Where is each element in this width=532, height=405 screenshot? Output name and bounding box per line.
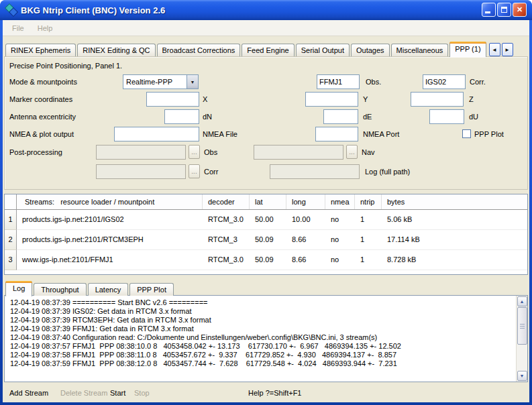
tab-miscellaneous[interactable]: Miscellaneous: [391, 44, 449, 56]
obs-browse-button[interactable]: ...: [189, 145, 200, 159]
lat-header: lat: [250, 194, 286, 209]
obs-label: Obs.: [366, 74, 381, 89]
menu-file[interactable]: File: [5, 24, 31, 32]
log-line: 12-04-19 08:37:59 FFMJ1 PPP 08:38:12.0 8…: [10, 359, 516, 368]
maximize-icon: [501, 7, 507, 13]
postproc-log-path-input[interactable]: [270, 164, 360, 179]
scroll-up-button[interactable]: ▲: [517, 296, 527, 306]
log-tab-throughput[interactable]: Throughput: [34, 283, 86, 296]
panel-caption: Precise Point Positioning, Panel 1.: [9, 58, 122, 73]
tab-ppp-1[interactable]: PPP (1): [449, 42, 486, 57]
stream-row-1[interactable]: 1 products.igs-ip.net:2101/IGS02 RTCM_3.…: [5, 210, 527, 230]
nmea-file-input[interactable]: [114, 127, 199, 141]
log-tab-bar: Log Throughput Latency PPP Plot: [5, 280, 175, 296]
marker-z-input[interactable]: [411, 92, 464, 107]
close-button[interactable]: ✕: [513, 3, 527, 17]
start-button[interactable]: Start: [110, 384, 125, 402]
row-number-header: [5, 194, 17, 209]
decoder-cell: RTCM_3.0: [203, 210, 250, 230]
log-tab-latency[interactable]: Latency: [88, 283, 129, 296]
decoder-cell: RTCM_3: [203, 230, 250, 250]
log-view[interactable]: 12-04-19 08:37:39 ========== Start BNC v…: [4, 295, 528, 382]
tab-rinex-ephemeris[interactable]: RINEX Ephemeris: [5, 44, 76, 56]
log-line: 12-04-19 08:37:39 IGS02: Get data in RTC…: [10, 307, 516, 316]
antenna-de-input[interactable]: [323, 109, 358, 124]
stop-button[interactable]: Stop: [134, 384, 150, 402]
log-tab-log[interactable]: Log: [5, 281, 32, 296]
ppp-corr-mountpoint-input[interactable]: [423, 74, 466, 89]
postproc-corr-file-input[interactable]: [96, 164, 186, 179]
postproc-nav-file-input[interactable]: [254, 145, 343, 160]
log-line: 12-04-19 08:37:40 Configuration read: C:…: [10, 333, 516, 342]
lat-cell: 50.09: [250, 250, 286, 270]
menubar: File Help: [3, 20, 529, 36]
log-line: 12-04-19 08:37:58 FFMJ1 PPP 08:38:11.0 8…: [10, 351, 516, 359]
chevron-down-icon: ▼: [191, 80, 195, 84]
log-full-path-label: Log (full path): [365, 164, 410, 179]
tab-scroll-right-button[interactable]: ►: [502, 43, 513, 56]
post-processing-label: Post-processing: [9, 145, 62, 160]
maximize-button[interactable]: [497, 3, 511, 17]
log-line: 12-04-19 08:37:39 RTCM3EPH: Get data in …: [10, 316, 516, 325]
long-cell: 8.66: [286, 250, 325, 270]
grip-icon: [520, 324, 525, 329]
tab-rinex-editing-qc[interactable]: RINEX Editing & QC: [77, 44, 155, 56]
menu-help[interactable]: Help: [31, 24, 60, 32]
log-scrollbar[interactable]: ▲ ▼: [516, 296, 527, 382]
bnc-window: BKG Ntrip Client (BNC) Version 2.6 ✕ Fil…: [0, 0, 532, 405]
lat-cell: 50.00: [250, 210, 286, 230]
combo-dropdown-button[interactable]: ▼: [187, 75, 198, 89]
ppp-plot-checkbox[interactable]: [462, 129, 471, 138]
log-line: 12-04-19 08:37:57 FFMJ1 PPP 08:38:10.0 8…: [10, 342, 516, 351]
minimize-icon: [485, 11, 490, 13]
nmea-port-label: NMEA Port: [363, 127, 399, 141]
stream-row-3[interactable]: 3 www.igs-ip.net:2101/FFMJ1 RTCM_3.0 50.…: [5, 250, 527, 270]
help-shortcut-label: Help ?=Shift+F1: [248, 384, 302, 402]
titlebar[interactable]: BKG Ntrip Client (BNC) Version 2.6 ✕: [0, 0, 532, 20]
scrollbar-thumb[interactable]: [517, 307, 527, 345]
antenna-dn-input[interactable]: [164, 109, 199, 124]
row-number: 1: [5, 210, 17, 230]
long-header: long: [286, 194, 325, 209]
add-stream-button[interactable]: Add Stream: [9, 384, 48, 402]
marker-coordinates-label: Marker coordinates: [9, 92, 72, 107]
bytes-cell: 17.114 kB: [382, 230, 527, 250]
scroll-down-button[interactable]: ▼: [517, 371, 527, 381]
stream-row-2[interactable]: 2 products.igs-ip.net:2101/RTCM3EPH RTCM…: [5, 230, 527, 250]
corr-browse-button[interactable]: ...: [189, 164, 200, 178]
mode-combobox[interactable]: Realtime-PPP ▼: [123, 74, 199, 89]
ntrip-header: ntrip: [355, 194, 382, 209]
ntrip-cell: 1: [355, 250, 382, 270]
postproc-obs-file-input[interactable]: [96, 145, 186, 160]
ntrip-cell: 1: [355, 230, 382, 250]
nav-browse-button[interactable]: ...: [346, 145, 358, 159]
nmea-header: nmea: [325, 194, 355, 209]
tab-scroll-left-button[interactable]: ◄: [489, 43, 500, 56]
tab-feed-engine[interactable]: Feed Engine: [242, 44, 294, 56]
nmea-cell: no: [325, 230, 355, 250]
log-text: 12-04-19 08:37:39 ========== Start BNC v…: [5, 296, 516, 382]
log-tab-ppp-plot[interactable]: PPP Plot: [129, 283, 174, 296]
antenna-excentricity-label: Antenna excentricity: [9, 109, 76, 124]
de-label: dE: [363, 109, 372, 124]
ppp-obs-mountpoint-input[interactable]: [317, 74, 360, 89]
marker-x-input[interactable]: [146, 92, 199, 107]
delete-stream-button[interactable]: Delete Stream: [60, 384, 107, 402]
scroll-down-icon: ▼: [520, 373, 525, 378]
tab-outages[interactable]: Outages: [351, 44, 390, 56]
mountpoint-cell: products.igs-ip.net:2101/RTCM3EPH: [17, 230, 203, 250]
decoder-cell: RTCM_3.0: [203, 250, 250, 270]
tab-serial-output[interactable]: Serial Output: [296, 44, 350, 56]
streams-header-row: Streams: resource loader / mountpoint de…: [5, 194, 527, 210]
decoder-header: decoder: [203, 194, 250, 209]
mountpoint-cell: products.igs-ip.net:2101/IGS02: [17, 210, 203, 230]
ppp-plot-label: PPP Plot: [474, 127, 504, 141]
tab-broadcast-corrections[interactable]: Broadcast Corrections: [157, 44, 241, 56]
marker-y-input[interactable]: [305, 92, 358, 107]
arrow-right-icon: ►: [504, 47, 510, 53]
nmea-port-input[interactable]: [315, 127, 358, 141]
tab-bar: RINEX Ephemeris RINEX Editing & QC Broad…: [5, 41, 513, 56]
arrow-left-icon: ◄: [492, 47, 497, 53]
antenna-du-input[interactable]: [429, 109, 464, 124]
minimize-button[interactable]: [482, 3, 496, 17]
